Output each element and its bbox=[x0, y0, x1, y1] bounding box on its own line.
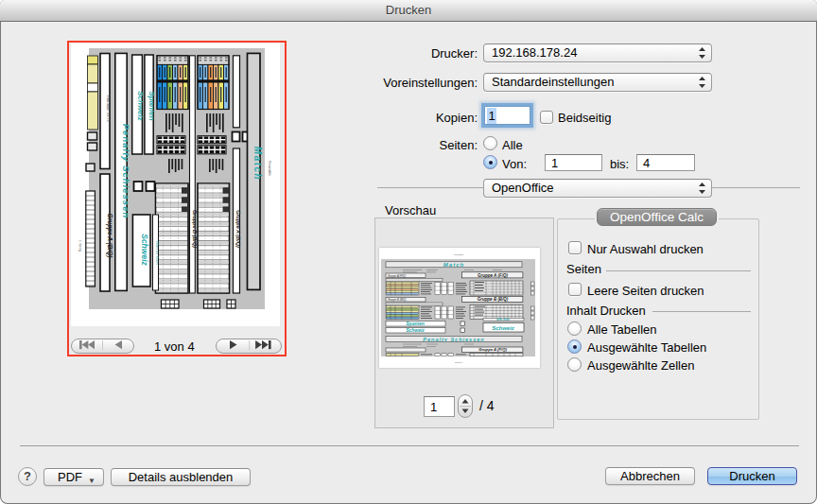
svg-text:Schweiz: Schweiz bbox=[492, 325, 514, 331]
svg-text:Penalty Schiessen: Penalty Schiessen bbox=[423, 337, 484, 342]
svg-text:Vorwahle: Vorwahle bbox=[454, 253, 464, 256]
svg-text:Gruppe A (F/Q): Gruppe A (F/Q) bbox=[478, 273, 508, 278]
svg-text:Elfmeter Krimi: Elfmeter Krimi bbox=[155, 240, 160, 264]
svg-text:Match: Match bbox=[443, 262, 464, 268]
svg-text:Vorwahle: Vorwahle bbox=[268, 161, 272, 177]
svg-text:Gruppe B (B/Q): Gruppe B (B/Q) bbox=[478, 297, 509, 302]
svg-text:Schweiz: Schweiz bbox=[140, 234, 149, 266]
svg-text:Match: Match bbox=[252, 147, 263, 181]
svg-text:Seite 1: Seite 1 bbox=[78, 239, 82, 252]
svg-text:Schweiz: Schweiz bbox=[406, 327, 425, 333]
svg-text:Penalty Schiessen: Penalty Schiessen bbox=[121, 124, 131, 218]
svg-text:Gruppe A (B/Q): Gruppe A (B/Q) bbox=[106, 214, 113, 258]
svg-text:Spanien: Spanien bbox=[406, 321, 424, 326]
svg-text:Elfm. Krimi: Elfm. Krimi bbox=[496, 318, 510, 322]
svg-text:Schweiz: Schweiz bbox=[136, 91, 145, 121]
svg-text:Gruppe A (F/Q): Gruppe A (F/Q) bbox=[388, 274, 406, 278]
svg-text:Hinrunde 09:15: Hinrunde 09:15 bbox=[106, 96, 111, 122]
svg-text:Spanien: Spanien bbox=[148, 91, 156, 120]
svg-text:Seite 1: Seite 1 bbox=[455, 361, 462, 364]
svg-text:Gruppe A (F/Q): Gruppe A (F/Q) bbox=[478, 347, 507, 352]
svg-text:Gruppe A (B/Q): Gruppe A (B/Q) bbox=[235, 210, 241, 248]
svg-text:Gruppe B (B/Q): Gruppe B (B/Q) bbox=[388, 298, 406, 302]
svg-text:Gruppe B (B/Q): Gruppe B (B/Q) bbox=[192, 210, 198, 248]
